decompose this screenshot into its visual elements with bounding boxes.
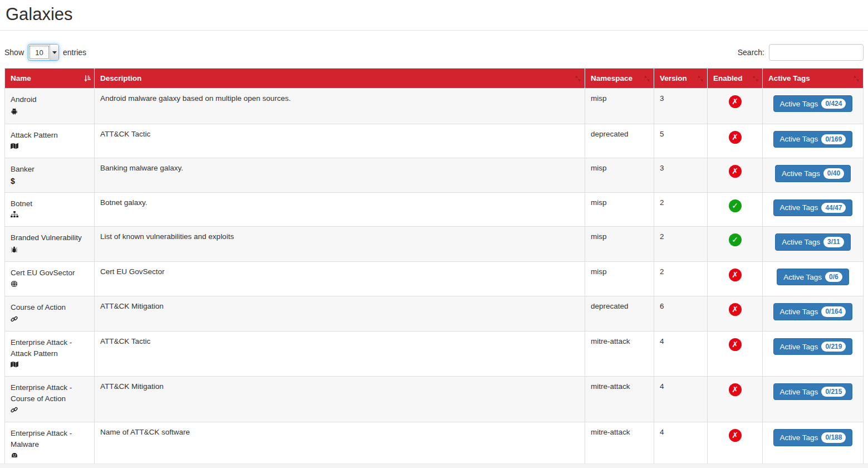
sort-both-icon <box>697 75 704 81</box>
active-tags-button[interactable]: Active Tags44/47 <box>773 199 853 216</box>
sort-asc-icon <box>84 75 91 82</box>
enabled-status-icon[interactable]: ✗ <box>729 269 742 281</box>
galaxy-version: 3 <box>654 89 708 124</box>
globe-icon <box>11 280 18 287</box>
tag-count-badge: 0/40 <box>823 168 844 178</box>
active-tags-button[interactable]: Active Tags0/219 <box>773 338 853 355</box>
column-header-version[interactable]: Version <box>654 69 708 89</box>
table-row[interactable]: Android Android malware galaxy based on … <box>5 89 864 124</box>
galaxy-description: Botnet galaxy. <box>95 192 585 227</box>
galaxy-version: 4 <box>654 331 708 376</box>
enabled-status-icon[interactable]: ✗ <box>729 429 742 442</box>
galaxy-description: Android malware galaxy based on multiple… <box>95 89 585 124</box>
active-tags-button[interactable]: Active Tags0/164 <box>773 303 853 320</box>
galaxy-description: ATT&CK Tactic <box>95 331 585 376</box>
sort-both-icon <box>644 75 650 81</box>
table-row[interactable]: Cert EU GovSector Cert EU GovSector misp… <box>5 261 864 296</box>
tag-count-badge: 0/6 <box>825 272 842 282</box>
column-header-namespace[interactable]: Namespace <box>585 69 654 89</box>
enabled-status-icon[interactable]: ✓ <box>729 199 742 212</box>
enabled-status-icon[interactable]: ✗ <box>729 303 742 316</box>
table-row[interactable]: Attack Pattern ATT&CK Tactic deprecated … <box>5 124 864 158</box>
table-row[interactable]: Branded Vulnerability List of known vuln… <box>5 227 864 262</box>
tag-count-badge: 44/47 <box>821 203 846 213</box>
sort-both-icon <box>853 75 860 81</box>
page-length-value: 10 <box>30 46 48 58</box>
active-tags-button[interactable]: Active Tags0/169 <box>773 131 853 148</box>
bug-icon <box>11 246 18 253</box>
galaxy-name: Banker <box>11 164 89 175</box>
enabled-status-icon[interactable]: ✓ <box>729 233 742 246</box>
galaxy-name: Branded Vulnerability <box>11 232 89 243</box>
galaxy-description: ATT&CK Mitigation <box>95 296 585 332</box>
galaxy-description: ATT&CK Mitigation <box>95 377 585 422</box>
galaxy-version: 4 <box>654 377 708 422</box>
table-header-row: Name Description Namespace <box>5 69 864 89</box>
monster-icon <box>11 452 18 459</box>
galaxy-description: Banking malware galaxy. <box>95 158 585 193</box>
active-tags-button[interactable]: Active Tags3/11 <box>775 233 851 250</box>
galaxy-name: Attack Pattern <box>11 130 89 141</box>
tag-count-badge: 0/215 <box>821 387 846 397</box>
galaxy-name: Botnet <box>11 198 89 209</box>
chevron-down-icon <box>50 45 58 60</box>
table-row[interactable]: Banker $ Banking malware galaxy. misp 3 … <box>5 158 864 193</box>
column-header-active-tags[interactable]: Active Tags <box>763 69 864 89</box>
galaxy-version: 4 <box>654 422 708 468</box>
galaxy-description: ATT&CK Tactic <box>95 124 585 158</box>
tag-count-badge: 0/169 <box>821 134 846 144</box>
map-icon <box>11 143 18 149</box>
dollar-icon: $ <box>11 177 15 185</box>
table-row[interactable]: Enterprise Attack - Malware Name of ATT&… <box>5 422 864 468</box>
tag-count-badge: 0/424 <box>821 99 846 109</box>
page-length-select[interactable]: 10 <box>28 44 59 61</box>
enabled-status-icon[interactable]: ✗ <box>729 165 742 178</box>
title-divider <box>0 30 868 31</box>
galaxy-namespace: misp <box>585 89 654 124</box>
column-header-name[interactable]: Name <box>5 69 95 89</box>
search-input[interactable] <box>769 44 864 61</box>
enabled-status-icon[interactable]: ✗ <box>729 338 742 351</box>
active-tags-button[interactable]: Active Tags0/40 <box>775 165 851 182</box>
tag-count-badge: 0/164 <box>821 306 846 316</box>
table-row[interactable]: Enterprise Attack - Course of Action ATT… <box>5 377 864 422</box>
sort-both-icon <box>752 75 759 81</box>
search-control: Search: <box>738 44 864 61</box>
table-row[interactable]: Enterprise Attack - Attack Pattern ATT&C… <box>5 331 864 376</box>
link-icon <box>11 315 18 323</box>
galaxy-namespace: misp <box>585 192 654 227</box>
galaxy-version: 5 <box>654 124 708 158</box>
table-row[interactable]: Course of Action ATT&CK Mitigation depre… <box>5 296 864 332</box>
page-title: Galaxies <box>6 4 864 25</box>
galaxy-description: Name of ATT&CK software <box>95 422 585 468</box>
galaxy-description: Cert EU GovSector <box>95 261 585 296</box>
galaxy-version: 2 <box>654 261 708 296</box>
galaxies-table: Name Description Namespace <box>4 68 864 468</box>
tag-count-badge: 0/219 <box>821 342 846 352</box>
galaxies-page: Galaxies Show 10 entries Search: Name <box>0 4 868 468</box>
galaxy-version: 3 <box>654 158 708 193</box>
active-tags-button[interactable]: Active Tags0/424 <box>773 95 853 112</box>
active-tags-button[interactable]: Active Tags0/215 <box>773 383 853 400</box>
galaxy-name: Android <box>11 94 89 105</box>
galaxy-version: 2 <box>654 227 708 262</box>
galaxy-namespace: mitre-attack <box>585 377 654 422</box>
galaxy-namespace: mitre-attack <box>585 331 654 376</box>
enabled-status-icon[interactable]: ✗ <box>729 383 742 396</box>
galaxy-name: Enterprise Attack - Malware <box>11 428 89 450</box>
column-header-enabled[interactable]: Enabled <box>708 69 763 89</box>
galaxy-name: Enterprise Attack - Course of Action <box>11 382 89 404</box>
sort-both-icon <box>575 75 581 81</box>
active-tags-button[interactable]: Active Tags0/188 <box>773 429 853 446</box>
galaxy-version: 6 <box>654 296 708 332</box>
active-tags-button[interactable]: Active Tags0/6 <box>777 269 849 285</box>
link-icon <box>11 406 18 413</box>
galaxy-namespace: deprecated <box>585 296 654 332</box>
enabled-status-icon[interactable]: ✗ <box>729 131 742 144</box>
enabled-status-icon[interactable]: ✗ <box>729 95 742 108</box>
galaxy-name: Enterprise Attack - Attack Pattern <box>11 337 89 359</box>
table-controls: Show 10 entries Search: <box>4 44 864 61</box>
table-row[interactable]: Botnet Botnet galaxy. misp 2 ✓ Active Ta… <box>5 192 864 227</box>
column-header-description[interactable]: Description <box>95 69 585 89</box>
galaxy-namespace: deprecated <box>585 124 654 158</box>
